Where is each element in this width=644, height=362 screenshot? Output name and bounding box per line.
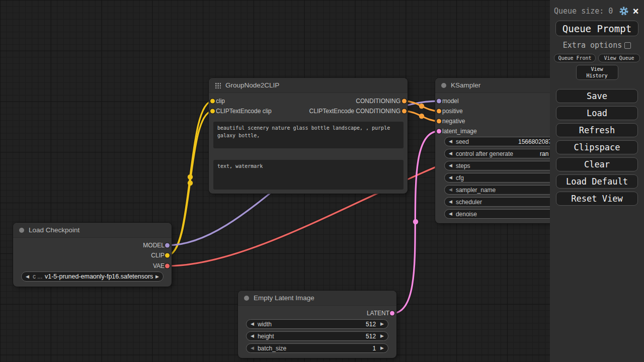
view-history-button[interactable]: View History xyxy=(576,65,618,80)
widget-height[interactable]: ◀ height 512 ▶ xyxy=(246,331,388,341)
input-port-negative[interactable] xyxy=(437,119,441,124)
port-label: CONDITIONING xyxy=(356,98,400,105)
node-title: KSampler xyxy=(451,81,480,89)
input-port-latent-image[interactable] xyxy=(437,129,441,134)
extra-options-label: Extra options xyxy=(563,41,622,50)
input-port-clip[interactable] xyxy=(210,99,215,104)
link-dot xyxy=(413,219,418,224)
port-label: MODEL xyxy=(143,242,165,249)
decrement-icon[interactable]: ◀ xyxy=(251,322,254,326)
output-port-cliptextencode-conditioning[interactable] xyxy=(402,109,407,114)
node-groupnode2clip[interactable]: GroupNode2CLIP clip CLIPTextEncode clip … xyxy=(209,78,408,194)
port-label: latent_image xyxy=(442,128,477,135)
increment-icon[interactable]: ▶ xyxy=(380,322,384,326)
decrement-icon[interactable]: ◀ xyxy=(251,346,254,350)
port-label: clip xyxy=(216,98,225,105)
clipspace-button[interactable]: Clipspace xyxy=(556,140,638,154)
negative-prompt-textarea[interactable]: text, watermark xyxy=(213,160,404,190)
comfy-menu: Queue size: 0 × Queue Prompt Extra optio… xyxy=(550,0,644,362)
node-load-checkpoint-header[interactable]: Load Checkpoint xyxy=(13,223,172,238)
group-grid-icon xyxy=(215,82,221,88)
positive-prompt-textarea[interactable]: beautiful scenery nature glass bottle la… xyxy=(213,122,404,148)
load-default-button[interactable]: Load Default xyxy=(556,174,638,189)
output-port-conditioning[interactable] xyxy=(402,99,407,104)
port-label: VAE xyxy=(153,262,165,269)
node-title: Empty Latent Image xyxy=(254,294,314,302)
port-label: model xyxy=(442,98,459,105)
refresh-button[interactable]: Refresh xyxy=(556,123,638,137)
comfyui-app: GroupNode2CLIP clip CLIPTextEncode clip … xyxy=(0,0,644,362)
extra-options-checkbox[interactable] xyxy=(624,42,631,49)
next-option-icon[interactable]: ▶ xyxy=(155,275,159,279)
queue-prompt-button[interactable]: Queue Prompt xyxy=(555,21,638,36)
link-dot xyxy=(188,174,193,179)
node-title: Load Checkpoint xyxy=(29,226,79,234)
widget-width[interactable]: ◀ width 512 ▶ xyxy=(246,319,388,329)
decrement-icon[interactable]: ◀ xyxy=(251,334,254,338)
reset-view-button[interactable]: Reset View xyxy=(556,192,638,206)
settings-gear-icon[interactable] xyxy=(619,6,629,16)
link-dot xyxy=(188,180,193,186)
clear-button[interactable]: Clear xyxy=(556,157,638,171)
increment-icon[interactable]: ▶ xyxy=(380,346,384,350)
port-label: negative xyxy=(442,118,465,125)
prev-option-icon[interactable]: ◀ xyxy=(26,275,29,279)
node-empty-latent-image[interactable]: Empty Latent Image LATENT ◀ width 512 ▶ … xyxy=(238,291,396,358)
input-port-positive[interactable] xyxy=(437,109,441,114)
queue-size-label: Queue size: 0 xyxy=(554,7,615,16)
port-label: positive xyxy=(442,108,463,115)
output-port-clip[interactable] xyxy=(165,253,170,258)
output-port-latent[interactable] xyxy=(390,311,394,316)
decrement-icon[interactable]: ◀ xyxy=(449,175,452,180)
node-title: GroupNode2CLIP xyxy=(225,81,279,89)
widget-batch-size[interactable]: ◀ batch_size 1 ▶ xyxy=(246,343,388,353)
load-button[interactable]: Load xyxy=(556,106,638,120)
node-load-checkpoint[interactable]: Load Checkpoint MODEL CLIP VAE ◀ c ... v… xyxy=(13,223,172,287)
decrement-icon[interactable]: ◀ xyxy=(449,212,452,216)
node-canvas[interactable]: GroupNode2CLIP clip CLIPTextEncode clip … xyxy=(0,0,644,362)
save-button[interactable]: Save xyxy=(556,89,638,103)
port-label: CLIP xyxy=(151,252,165,259)
queue-front-button[interactable]: Queue Front xyxy=(554,54,596,62)
link-dot xyxy=(419,114,424,119)
decrement-icon[interactable]: ◀ xyxy=(449,151,452,156)
decrement-icon[interactable]: ◀ xyxy=(449,139,452,144)
view-queue-button[interactable]: View Queue xyxy=(598,54,640,62)
increment-icon[interactable]: ▶ xyxy=(380,334,384,338)
collapse-dot-icon[interactable] xyxy=(244,296,249,301)
port-label: CLIPTextEncode CONDITIONING xyxy=(309,108,400,115)
decrement-icon[interactable]: ◀ xyxy=(449,200,452,204)
decrement-icon[interactable]: ◀ xyxy=(449,163,452,168)
collapse-dot-icon[interactable] xyxy=(19,228,24,233)
close-icon[interactable]: × xyxy=(632,7,639,15)
node-groupnode2clip-header[interactable]: GroupNode2CLIP xyxy=(209,78,408,93)
port-label: LATENT xyxy=(367,310,389,317)
decrement-icon[interactable]: ◀ xyxy=(449,188,452,192)
input-port-cliptextencode-clip[interactable] xyxy=(210,109,215,114)
widget-ckpt-name[interactable]: ◀ c ... v1-5-pruned-emaonly-fp16.safeten… xyxy=(21,272,164,282)
output-port-model[interactable] xyxy=(165,243,170,248)
input-port-model[interactable] xyxy=(437,99,441,104)
node-empty-latent-header[interactable]: Empty Latent Image xyxy=(238,291,396,306)
collapse-dot-icon[interactable] xyxy=(441,83,446,88)
output-port-vae[interactable] xyxy=(165,264,170,268)
link-dot xyxy=(419,104,424,109)
port-label: CLIPTextEncode clip xyxy=(216,108,272,115)
